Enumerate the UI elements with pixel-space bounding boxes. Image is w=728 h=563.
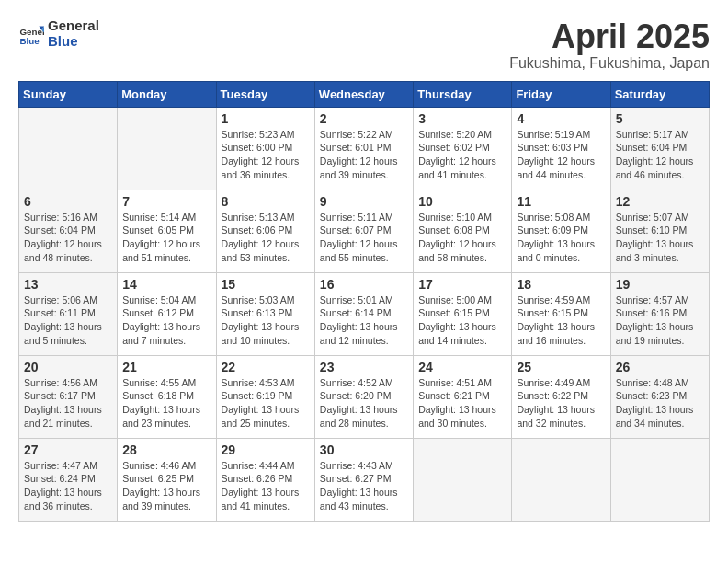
calendar-cell: 25Sunrise: 4:49 AMSunset: 6:22 PMDayligh…: [512, 355, 610, 438]
calendar-cell: 7Sunrise: 5:14 AMSunset: 6:05 PMDaylight…: [118, 190, 216, 272]
calendar-cell: 3Sunrise: 5:20 AMSunset: 6:02 PMDaylight…: [414, 107, 512, 190]
day-number: 21: [122, 360, 210, 374]
day-number: 28: [122, 442, 210, 457]
day-info: Sunrise: 5:11 AMSunset: 6:07 PMDaylight:…: [320, 211, 408, 265]
week-row-3: 13Sunrise: 5:06 AMSunset: 6:11 PMDayligh…: [19, 272, 710, 355]
week-row-2: 6Sunrise: 5:16 AMSunset: 6:04 PMDaylight…: [19, 190, 710, 272]
calendar-cell: 20Sunrise: 4:56 AMSunset: 6:17 PMDayligh…: [19, 355, 118, 438]
calendar-cell: 5Sunrise: 5:17 AMSunset: 6:04 PMDaylight…: [610, 107, 709, 190]
day-number: 14: [122, 277, 210, 292]
day-number: 24: [418, 360, 506, 374]
weekday-header-row: SundayMondayTuesdayWednesdayThursdayFrid…: [19, 81, 710, 107]
day-number: 3: [418, 111, 506, 126]
day-number: 5: [616, 111, 704, 126]
calendar-cell: 13Sunrise: 5:06 AMSunset: 6:11 PMDayligh…: [19, 272, 118, 355]
calendar-cell: 10Sunrise: 5:10 AMSunset: 6:08 PMDayligh…: [414, 190, 512, 272]
day-number: 30: [320, 442, 408, 457]
calendar-cell: 16Sunrise: 5:01 AMSunset: 6:14 PMDayligh…: [314, 272, 413, 355]
day-info: Sunrise: 4:51 AMSunset: 6:21 PMDaylight:…: [418, 376, 506, 431]
day-info: Sunrise: 5:22 AMSunset: 6:01 PMDaylight:…: [320, 128, 408, 182]
day-number: 27: [24, 442, 112, 457]
calendar-cell: 27Sunrise: 4:47 AMSunset: 6:24 PMDayligh…: [19, 438, 118, 521]
weekday-header-wednesday: Wednesday: [314, 81, 413, 107]
calendar-cell: 11Sunrise: 5:08 AMSunset: 6:09 PMDayligh…: [512, 190, 610, 272]
day-info: Sunrise: 5:16 AMSunset: 6:04 PMDaylight:…: [24, 211, 112, 265]
day-number: 1: [222, 111, 310, 126]
day-number: 22: [222, 360, 310, 374]
day-number: 8: [222, 194, 310, 209]
day-info: Sunrise: 5:00 AMSunset: 6:15 PMDaylight:…: [418, 293, 506, 348]
calendar-cell: [512, 438, 610, 521]
day-info: Sunrise: 4:59 AMSunset: 6:15 PMDaylight:…: [517, 293, 605, 348]
day-number: 4: [517, 111, 605, 126]
day-number: 17: [418, 277, 506, 292]
day-info: Sunrise: 4:43 AMSunset: 6:27 PMDaylight:…: [320, 459, 408, 513]
week-row-5: 27Sunrise: 4:47 AMSunset: 6:24 PMDayligh…: [19, 438, 710, 521]
calendar-cell: [118, 107, 216, 190]
calendar-cell: 8Sunrise: 5:13 AMSunset: 6:06 PMDaylight…: [216, 190, 314, 272]
day-info: Sunrise: 5:14 AMSunset: 6:05 PMDaylight:…: [122, 211, 210, 265]
day-number: 29: [222, 442, 310, 457]
day-number: 26: [616, 360, 704, 374]
day-info: Sunrise: 5:08 AMSunset: 6:09 PMDaylight:…: [517, 211, 605, 265]
calendar-cell: [19, 107, 118, 190]
day-number: 23: [320, 360, 408, 374]
calendar-cell: [610, 438, 709, 521]
day-info: Sunrise: 5:20 AMSunset: 6:02 PMDaylight:…: [418, 128, 506, 182]
day-info: Sunrise: 4:47 AMSunset: 6:24 PMDaylight:…: [24, 459, 112, 513]
calendar-cell: 24Sunrise: 4:51 AMSunset: 6:21 PMDayligh…: [414, 355, 512, 438]
logo: General Blue General Blue: [18, 18, 99, 49]
weekday-header-sunday: Sunday: [19, 81, 118, 107]
calendar-cell: 6Sunrise: 5:16 AMSunset: 6:04 PMDaylight…: [19, 190, 118, 272]
day-info: Sunrise: 4:49 AMSunset: 6:22 PMDaylight:…: [517, 376, 605, 431]
day-number: 18: [517, 277, 605, 292]
calendar-cell: 2Sunrise: 5:22 AMSunset: 6:01 PMDaylight…: [314, 107, 413, 190]
day-info: Sunrise: 4:55 AMSunset: 6:18 PMDaylight:…: [122, 376, 210, 431]
day-info: Sunrise: 5:01 AMSunset: 6:14 PMDaylight:…: [320, 293, 408, 348]
day-number: 2: [320, 111, 408, 126]
svg-text:Blue: Blue: [19, 35, 40, 45]
day-info: Sunrise: 4:53 AMSunset: 6:19 PMDaylight:…: [222, 376, 310, 431]
calendar-cell: 28Sunrise: 4:46 AMSunset: 6:25 PMDayligh…: [118, 438, 216, 521]
weekday-header-saturday: Saturday: [610, 81, 709, 107]
logo-general: General: [48, 18, 99, 34]
week-row-4: 20Sunrise: 4:56 AMSunset: 6:17 PMDayligh…: [19, 355, 710, 438]
calendar-cell: [414, 438, 512, 521]
day-number: 12: [616, 194, 704, 209]
title-block: April 2025 Fukushima, Fukushima, Japan: [509, 18, 710, 72]
calendar-cell: 14Sunrise: 5:04 AMSunset: 6:12 PMDayligh…: [118, 272, 216, 355]
day-number: 6: [24, 194, 112, 209]
day-number: 16: [320, 277, 408, 292]
day-number: 15: [222, 277, 310, 292]
day-number: 11: [517, 194, 605, 209]
calendar-cell: 26Sunrise: 4:48 AMSunset: 6:23 PMDayligh…: [610, 355, 709, 438]
calendar-cell: 9Sunrise: 5:11 AMSunset: 6:07 PMDaylight…: [314, 190, 413, 272]
calendar-cell: 19Sunrise: 4:57 AMSunset: 6:16 PMDayligh…: [610, 272, 709, 355]
day-info: Sunrise: 5:04 AMSunset: 6:12 PMDaylight:…: [122, 293, 210, 348]
day-info: Sunrise: 5:17 AMSunset: 6:04 PMDaylight:…: [616, 128, 704, 182]
day-number: 9: [320, 194, 408, 209]
day-info: Sunrise: 4:52 AMSunset: 6:20 PMDaylight:…: [320, 376, 408, 431]
day-info: Sunrise: 5:06 AMSunset: 6:11 PMDaylight:…: [24, 293, 112, 348]
logo-blue: Blue: [48, 34, 99, 50]
calendar-cell: 12Sunrise: 5:07 AMSunset: 6:10 PMDayligh…: [610, 190, 709, 272]
calendar-cell: 17Sunrise: 5:00 AMSunset: 6:15 PMDayligh…: [414, 272, 512, 355]
calendar-cell: 4Sunrise: 5:19 AMSunset: 6:03 PMDaylight…: [512, 107, 610, 190]
day-number: 10: [418, 194, 506, 209]
day-info: Sunrise: 5:23 AMSunset: 6:00 PMDaylight:…: [222, 128, 310, 182]
calendar-subtitle: Fukushima, Fukushima, Japan: [509, 55, 710, 72]
calendar-title: April 2025: [509, 18, 710, 55]
day-number: 7: [122, 194, 210, 209]
day-info: Sunrise: 5:03 AMSunset: 6:13 PMDaylight:…: [222, 293, 310, 348]
day-number: 13: [24, 277, 112, 292]
day-info: Sunrise: 4:46 AMSunset: 6:25 PMDaylight:…: [122, 459, 210, 513]
calendar-cell: 22Sunrise: 4:53 AMSunset: 6:19 PMDayligh…: [216, 355, 314, 438]
calendar-cell: 23Sunrise: 4:52 AMSunset: 6:20 PMDayligh…: [314, 355, 413, 438]
day-info: Sunrise: 5:19 AMSunset: 6:03 PMDaylight:…: [517, 128, 605, 182]
weekday-header-tuesday: Tuesday: [216, 81, 314, 107]
calendar-cell: 29Sunrise: 4:44 AMSunset: 6:26 PMDayligh…: [216, 438, 314, 521]
weekday-header-monday: Monday: [118, 81, 216, 107]
day-info: Sunrise: 4:56 AMSunset: 6:17 PMDaylight:…: [24, 376, 112, 431]
day-number: 25: [517, 360, 605, 374]
calendar-cell: 15Sunrise: 5:03 AMSunset: 6:13 PMDayligh…: [216, 272, 314, 355]
